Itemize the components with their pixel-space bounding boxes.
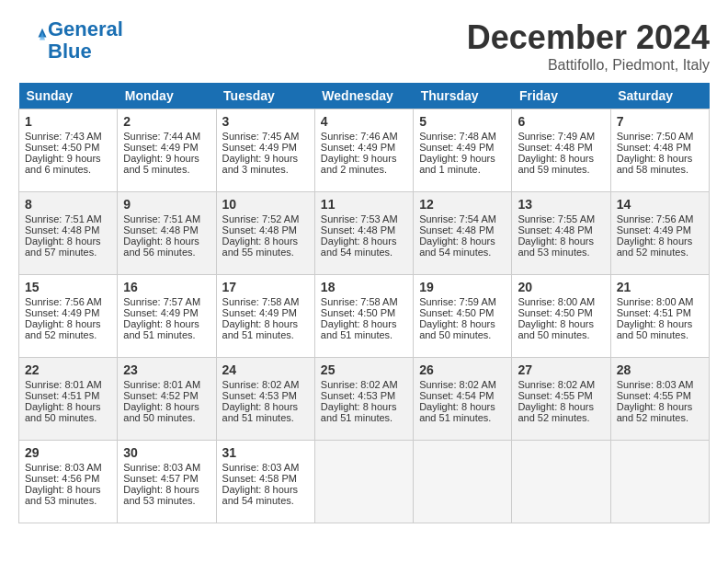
calendar-cell: 28Sunrise: 8:03 AMSunset: 4:55 PMDayligh… xyxy=(610,358,709,441)
sunset-text: Sunset: 4:51 PM xyxy=(25,390,99,401)
sunset-text: Sunset: 4:51 PM xyxy=(617,307,691,318)
day-number: 12 xyxy=(419,197,506,212)
week-row-3: 15Sunrise: 7:56 AMSunset: 4:49 PMDayligh… xyxy=(19,275,710,358)
sunset-text: Sunset: 4:48 PM xyxy=(419,224,494,236)
sunset-text: Sunset: 4:49 PM xyxy=(321,142,395,153)
sunrise-text: Sunrise: 7:49 AM xyxy=(518,131,595,142)
daylight-text: Daylight: 8 hours and 57 minutes. xyxy=(25,236,101,258)
sunrise-text: Sunrise: 8:00 AM xyxy=(518,296,595,307)
calendar-cell: 11Sunrise: 7:53 AMSunset: 4:48 PMDayligh… xyxy=(314,192,413,275)
sunset-text: Sunset: 4:56 PM xyxy=(25,473,99,484)
day-number: 25 xyxy=(321,362,407,377)
calendar-cell: 19Sunrise: 7:59 AMSunset: 4:50 PMDayligh… xyxy=(414,275,512,358)
calendar-cell: 26Sunrise: 8:02 AMSunset: 4:54 PMDayligh… xyxy=(414,358,512,441)
daylight-text: Daylight: 8 hours and 50 minutes. xyxy=(123,401,199,423)
daylight-text: Daylight: 8 hours and 52 minutes. xyxy=(617,401,693,423)
calendar-cell: 15Sunrise: 7:56 AMSunset: 4:49 PMDayligh… xyxy=(19,275,118,358)
daylight-text: Daylight: 8 hours and 59 minutes. xyxy=(518,153,594,175)
daylight-text: Daylight: 8 hours and 54 minutes. xyxy=(419,236,495,258)
sunset-text: Sunset: 4:57 PM xyxy=(123,473,198,484)
sunset-text: Sunset: 4:49 PM xyxy=(25,307,99,318)
day-number: 26 xyxy=(419,362,506,377)
calendar-cell: 29Sunrise: 8:03 AMSunset: 4:56 PMDayligh… xyxy=(19,441,118,523)
sunset-text: Sunset: 4:50 PM xyxy=(321,307,395,318)
calendar-cell xyxy=(512,441,610,523)
calendar-cell: 10Sunrise: 7:52 AMSunset: 4:48 PMDayligh… xyxy=(216,192,314,275)
calendar-cell: 2Sunrise: 7:44 AMSunset: 4:49 PMDaylight… xyxy=(118,109,216,192)
calendar-cell: 4Sunrise: 7:46 AMSunset: 4:49 PMDaylight… xyxy=(314,109,413,192)
sunset-text: Sunset: 4:53 PM xyxy=(321,390,395,401)
logo-blue: Blue xyxy=(48,40,92,63)
sunrise-text: Sunrise: 7:58 AM xyxy=(222,296,300,307)
daylight-text: Daylight: 9 hours and 5 minutes. xyxy=(123,153,199,175)
sunrise-text: Sunrise: 7:51 AM xyxy=(25,213,102,224)
daylight-text: Daylight: 9 hours and 1 minute. xyxy=(419,153,495,175)
sunrise-text: Sunrise: 8:03 AM xyxy=(25,462,102,473)
daylight-text: Daylight: 8 hours and 51 minutes. xyxy=(123,318,199,340)
day-number: 24 xyxy=(222,362,309,377)
daylight-text: Daylight: 9 hours and 2 minutes. xyxy=(321,153,397,175)
logo-general: General xyxy=(48,17,123,40)
month-title: December 2024 xyxy=(467,18,710,57)
calendar-cell: 25Sunrise: 8:02 AMSunset: 4:53 PMDayligh… xyxy=(314,358,413,441)
sunset-text: Sunset: 4:48 PM xyxy=(222,224,297,236)
day-number: 11 xyxy=(321,197,407,212)
day-number: 16 xyxy=(123,280,210,294)
daylight-text: Daylight: 8 hours and 51 minutes. xyxy=(321,401,397,423)
calendar-cell: 5Sunrise: 7:48 AMSunset: 4:49 PMDaylight… xyxy=(414,109,512,192)
day-number: 9 xyxy=(123,197,210,212)
sunrise-text: Sunrise: 7:43 AM xyxy=(25,131,102,142)
calendar-cell: 1Sunrise: 7:43 AMSunset: 4:50 PMDaylight… xyxy=(19,109,118,192)
day-number: 8 xyxy=(25,197,111,212)
sunrise-text: Sunrise: 7:53 AM xyxy=(321,213,398,224)
weekday-header-wednesday: Wednesday xyxy=(314,83,413,109)
daylight-text: Daylight: 8 hours and 51 minutes. xyxy=(222,318,299,340)
title-block: December 2024 Battifollo, Piedmont, Ital… xyxy=(467,18,710,74)
calendar-cell: 24Sunrise: 8:02 AMSunset: 4:53 PMDayligh… xyxy=(216,358,314,441)
day-number: 3 xyxy=(222,114,309,129)
sunrise-text: Sunrise: 8:02 AM xyxy=(222,379,300,390)
calendar-cell: 22Sunrise: 8:01 AMSunset: 4:51 PMDayligh… xyxy=(19,358,118,441)
day-number: 19 xyxy=(419,280,506,294)
day-number: 1 xyxy=(25,114,111,129)
sunset-text: Sunset: 4:49 PM xyxy=(123,307,198,318)
logo-icon xyxy=(20,25,48,52)
calendar-cell: 16Sunrise: 7:57 AMSunset: 4:49 PMDayligh… xyxy=(118,275,216,358)
daylight-text: Daylight: 8 hours and 55 minutes. xyxy=(222,236,299,258)
week-row-5: 29Sunrise: 8:03 AMSunset: 4:56 PMDayligh… xyxy=(19,441,710,523)
calendar-cell: 23Sunrise: 8:01 AMSunset: 4:52 PMDayligh… xyxy=(118,358,216,441)
calendar-cell: 8Sunrise: 7:51 AMSunset: 4:48 PMDaylight… xyxy=(19,192,118,275)
sunrise-text: Sunrise: 8:03 AM xyxy=(222,462,300,473)
day-number: 5 xyxy=(419,114,506,129)
day-number: 4 xyxy=(321,114,407,129)
calendar-cell xyxy=(314,441,413,523)
calendar-cell: 31Sunrise: 8:03 AMSunset: 4:58 PMDayligh… xyxy=(216,441,314,523)
daylight-text: Daylight: 8 hours and 50 minutes. xyxy=(617,318,693,340)
sunrise-text: Sunrise: 8:02 AM xyxy=(518,379,595,390)
sunrise-text: Sunrise: 7:44 AM xyxy=(123,131,200,142)
sunrise-text: Sunrise: 7:55 AM xyxy=(518,213,595,224)
calendar-cell: 14Sunrise: 7:56 AMSunset: 4:49 PMDayligh… xyxy=(610,192,709,275)
calendar-cell: 27Sunrise: 8:02 AMSunset: 4:55 PMDayligh… xyxy=(512,358,610,441)
day-number: 31 xyxy=(222,445,309,460)
calendar-cell xyxy=(610,441,709,523)
sunset-text: Sunset: 4:49 PM xyxy=(617,224,691,236)
day-number: 21 xyxy=(617,280,703,294)
weekday-header-saturday: Saturday xyxy=(610,83,709,109)
sunset-text: Sunset: 4:48 PM xyxy=(321,224,395,236)
daylight-text: Daylight: 9 hours and 3 minutes. xyxy=(222,153,299,175)
sunset-text: Sunset: 4:54 PM xyxy=(419,390,494,401)
calendar-cell: 7Sunrise: 7:50 AMSunset: 4:48 PMDaylight… xyxy=(610,109,709,192)
calendar-cell: 13Sunrise: 7:55 AMSunset: 4:48 PMDayligh… xyxy=(512,192,610,275)
sunset-text: Sunset: 4:49 PM xyxy=(222,142,297,153)
sunrise-text: Sunrise: 7:50 AM xyxy=(617,131,694,142)
daylight-text: Daylight: 8 hours and 53 minutes. xyxy=(25,484,101,506)
sunrise-text: Sunrise: 8:01 AM xyxy=(25,379,102,390)
sunset-text: Sunset: 4:50 PM xyxy=(518,307,592,318)
calendar-cell: 9Sunrise: 7:51 AMSunset: 4:48 PMDaylight… xyxy=(118,192,216,275)
weekday-header-monday: Monday xyxy=(118,83,216,109)
calendar-cell: 21Sunrise: 8:00 AMSunset: 4:51 PMDayligh… xyxy=(610,275,709,358)
sunset-text: Sunset: 4:50 PM xyxy=(419,307,494,318)
sunset-text: Sunset: 4:49 PM xyxy=(222,307,297,318)
weekday-header-sunday: Sunday xyxy=(19,83,118,109)
